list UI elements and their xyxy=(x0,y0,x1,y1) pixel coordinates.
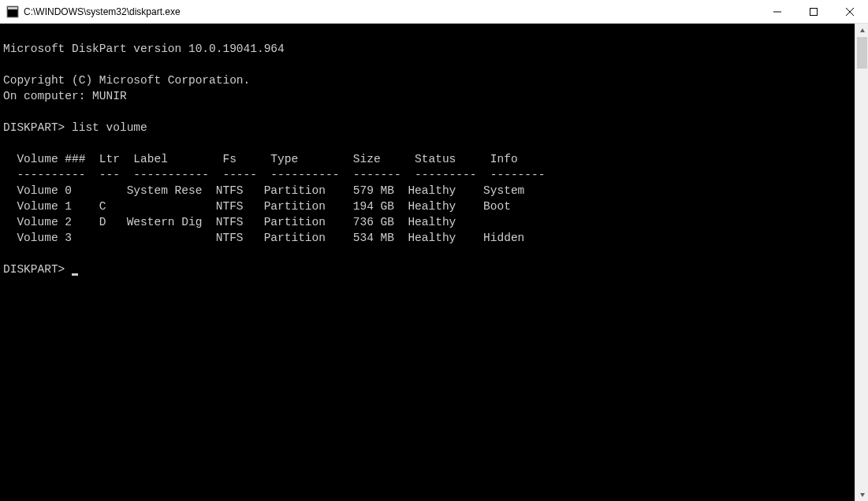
content-area: Microsoft DiskPart version 10.0.19041.96… xyxy=(0,24,868,501)
svg-marker-6 xyxy=(860,28,865,32)
cursor xyxy=(72,273,78,276)
scrollbar-down-arrow[interactable] xyxy=(855,488,868,501)
svg-marker-7 xyxy=(860,493,865,497)
terminal-output[interactable]: Microsoft DiskPart version 10.0.19041.96… xyxy=(0,24,855,501)
minimize-button[interactable] xyxy=(759,0,795,24)
svg-rect-3 xyxy=(810,9,818,16)
scrollbar-up-arrow[interactable] xyxy=(855,24,868,37)
maximize-button[interactable] xyxy=(795,0,832,24)
titlebar: C:\WINDOWS\system32\diskpart.exe xyxy=(0,0,868,24)
scrollbar-thumb[interactable] xyxy=(857,37,867,69)
window-controls xyxy=(759,0,868,23)
svg-rect-1 xyxy=(8,7,17,9)
scrollbar[interactable] xyxy=(855,24,868,501)
window-title: C:\WINDOWS\system32\diskpart.exe xyxy=(24,6,759,17)
app-icon xyxy=(6,6,19,18)
close-button[interactable] xyxy=(832,0,868,24)
